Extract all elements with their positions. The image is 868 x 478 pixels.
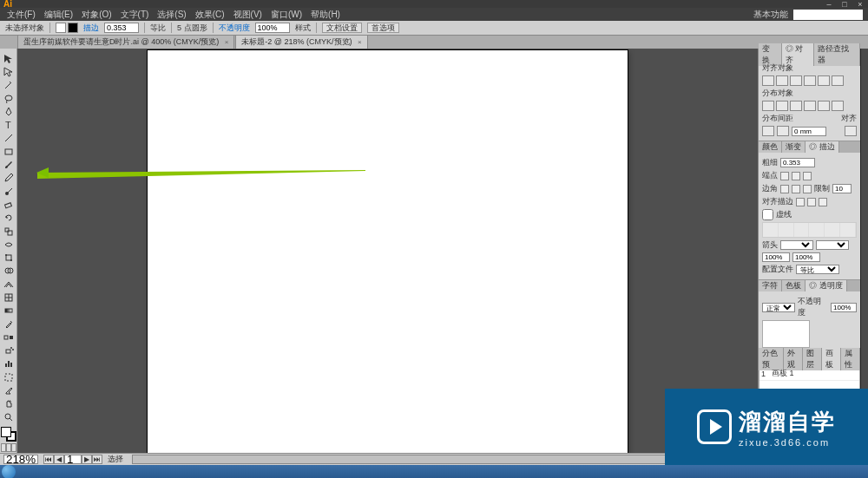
- document-tab-1[interactable]: 蛋生序前媒软件要请生意D时片.ai @ 400% (CMYK/预览) ×: [17, 35, 234, 49]
- next-artboard[interactable]: ▶: [82, 455, 92, 464]
- direct-selection-tool[interactable]: [1, 65, 16, 78]
- scale-tool[interactable]: [1, 225, 16, 238]
- first-artboard[interactable]: ⏮: [43, 455, 54, 464]
- gradient-tab[interactable]: 渐变: [782, 141, 806, 153]
- opacity-field[interactable]: [831, 303, 857, 312]
- menu-help[interactable]: 帮助(H): [309, 9, 342, 21]
- canvas-area[interactable]: [17, 49, 758, 465]
- width-tool[interactable]: [1, 238, 16, 251]
- align-hcenter[interactable]: [776, 75, 788, 86]
- transparency-tab[interactable]: ◎ 透明度: [806, 280, 847, 291]
- slice-tool[interactable]: [1, 383, 16, 396]
- opacity-label[interactable]: 不透明度: [219, 23, 250, 34]
- tab-close-icon[interactable]: ×: [358, 38, 362, 46]
- gradient-tool[interactable]: [1, 304, 16, 318]
- align-left[interactable]: [762, 75, 774, 86]
- layers-tab[interactable]: 图层: [803, 348, 822, 370]
- pencil-tool[interactable]: [1, 172, 16, 185]
- artboard-tool[interactable]: [1, 370, 16, 383]
- type-tool[interactable]: T: [1, 118, 16, 131]
- arrow-end[interactable]: [816, 240, 849, 250]
- profile-select[interactable]: 等比: [796, 265, 839, 274]
- help-search[interactable]: [793, 10, 863, 20]
- menu-effect[interactable]: 效果(C): [194, 9, 227, 21]
- window-maximize[interactable]: □: [837, 0, 852, 8]
- style-label[interactable]: 样式: [295, 23, 311, 34]
- os-taskbar[interactable]: [0, 465, 868, 478]
- last-artboard[interactable]: ⏭: [92, 455, 102, 464]
- menu-object[interactable]: 对象(O): [80, 9, 113, 21]
- separations-tab[interactable]: 分色预: [759, 348, 784, 370]
- arrow-end-scale[interactable]: [792, 252, 820, 262]
- align-bottom[interactable]: [832, 75, 844, 86]
- lasso-tool[interactable]: [1, 92, 16, 105]
- document-setup-button[interactable]: 文档设置: [322, 23, 362, 33]
- selection-tool[interactable]: [1, 52, 16, 65]
- align-top[interactable]: [804, 75, 816, 86]
- swatches-tab[interactable]: 色板: [782, 280, 806, 291]
- stroke-weight-input[interactable]: [104, 23, 139, 33]
- corner-bevel[interactable]: [803, 185, 812, 193]
- prev-artboard[interactable]: ◀: [54, 455, 64, 464]
- mask-thumbnail[interactable]: [762, 320, 810, 348]
- align-to-selection[interactable]: [845, 126, 857, 136]
- artboards-tab[interactable]: 画板: [822, 348, 841, 370]
- dist-left[interactable]: [804, 101, 816, 111]
- miter-limit-input[interactable]: [832, 184, 852, 193]
- hand-tool[interactable]: [1, 397, 16, 410]
- menu-file[interactable]: 文件(F): [5, 9, 37, 21]
- dist-right[interactable]: [832, 101, 844, 111]
- appearance-tab[interactable]: 外观: [784, 348, 803, 370]
- cap-projecting[interactable]: [803, 172, 812, 180]
- corner-miter[interactable]: [780, 185, 789, 193]
- document-tab-2[interactable]: 未标题-2 @ 218% (CMYK/预览) ×: [235, 35, 367, 49]
- stroke-tab[interactable]: ◎ 描边: [806, 141, 839, 153]
- line-tool[interactable]: [1, 132, 16, 145]
- window-close[interactable]: ×: [852, 0, 868, 8]
- perspective-grid-tool[interactable]: [1, 278, 16, 291]
- preferences-button[interactable]: 首选项: [367, 23, 399, 33]
- pathfinder-tab[interactable]: 路径查找器: [814, 43, 860, 66]
- dist-top[interactable]: [762, 101, 774, 111]
- pen-tool[interactable]: [1, 105, 16, 118]
- eyedropper-tool[interactable]: [1, 318, 16, 331]
- artboard[interactable]: [148, 50, 628, 456]
- symbol-sprayer-tool[interactable]: [1, 344, 16, 357]
- dist-hcenter[interactable]: [818, 101, 830, 111]
- paintbrush-tool[interactable]: [1, 158, 16, 171]
- fill-color-icon[interactable]: [1, 427, 11, 437]
- spacing-input[interactable]: [792, 127, 826, 136]
- brush-preset[interactable]: 5 点圆形: [177, 23, 207, 34]
- rectangle-tool[interactable]: [1, 145, 16, 158]
- cap-round[interactable]: [792, 172, 800, 180]
- align-right[interactable]: [790, 75, 802, 86]
- menu-select[interactable]: 选择(S): [155, 9, 187, 21]
- dashed-checkbox[interactable]: [762, 209, 773, 220]
- artboard-index[interactable]: [64, 455, 82, 464]
- stroke-label[interactable]: 描边: [83, 23, 99, 34]
- mesh-tool[interactable]: [1, 291, 16, 304]
- blend-tool[interactable]: [1, 331, 16, 344]
- draw-inside[interactable]: [11, 443, 16, 452]
- stroke-swatch[interactable]: [68, 23, 78, 33]
- cap-butt[interactable]: [780, 172, 789, 180]
- align-stroke-inside[interactable]: [807, 198, 816, 206]
- zoom-field[interactable]: [3, 455, 38, 464]
- fill-stroke-swatches[interactable]: [56, 23, 78, 33]
- magic-wand-tool[interactable]: [1, 79, 16, 92]
- tab-close-icon[interactable]: ×: [225, 38, 229, 46]
- fill-swatch[interactable]: [56, 23, 66, 33]
- eraser-tool[interactable]: [1, 198, 16, 211]
- column-graph-tool[interactable]: [1, 357, 16, 370]
- start-button[interactable]: [2, 465, 16, 478]
- fill-stroke-indicator[interactable]: [1, 427, 16, 441]
- menu-type[interactable]: 文字(T): [119, 9, 151, 21]
- arrow-start[interactable]: [780, 240, 813, 250]
- free-transform-tool[interactable]: [1, 251, 16, 264]
- dash-gaps[interactable]: [762, 222, 857, 238]
- workspace-label[interactable]: 基本功能: [753, 9, 788, 21]
- dist-bottom[interactable]: [790, 101, 802, 111]
- arrow-start-scale[interactable]: [762, 252, 790, 262]
- align-stroke-center[interactable]: [796, 198, 805, 206]
- dist-vspacing[interactable]: [762, 126, 774, 136]
